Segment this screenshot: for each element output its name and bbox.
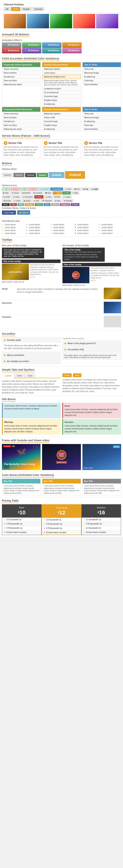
btn-size-5[interactable]: Submit <box>49 172 65 178</box>
icon-btn-erase[interactable]: ⌫ Erase <box>2 199 12 203</box>
accordion-docs-item-4[interactable]: Laudantium inciptur! <box>42 87 81 91</box>
portfolio-image-2[interactable] <box>27 14 49 28</box>
accordion2-docs-item-4[interactable]: Fringilla creque <box>42 123 81 127</box>
btn-size-2[interactable]: Submit <box>13 173 24 177</box>
accordion-docs-item-6[interactable]: Commodo fugat <box>42 94 81 98</box>
icon-btn-mac[interactable]: 🖥 Mac <box>54 199 62 203</box>
icon-btn-cancel[interactable]: ✗ Cancel <box>9 188 19 191</box>
accordion-faq-item-5[interactable]: Adipiscing wisi autem <box>2 83 40 86</box>
filter-tab-people[interactable]: People <box>21 7 32 11</box>
icon-btn-calendar[interactable]: 📅 Calendar <box>41 199 53 203</box>
icon-btn-comment[interactable]: 💬 Comment <box>21 195 34 198</box>
portfolio-image-3[interactable] <box>50 14 72 28</box>
btn-3d-orange[interactable]: 🛒 3D Buttons <box>62 42 82 47</box>
btn-3d-blue[interactable]: 🛒 3D Buttons <box>42 42 62 47</box>
icon-btn-stop[interactable]: ⏹ Stop <box>44 191 52 194</box>
icon-btn-radio[interactable]: 📻 Radio <box>22 199 32 203</box>
badge-purple[interactable]: Purple <box>71 203 79 206</box>
btn-size-3[interactable]: Submit <box>25 173 36 177</box>
accordion-tips-item-4[interactable]: Celexi lipis <box>83 79 121 83</box>
acc2-header-2[interactable]: ▶ jQuery animation <box>2 352 60 358</box>
acc2-header-right-2[interactable]: ▶ Yet another FAQ <box>63 347 121 352</box>
btn-like[interactable]: 👍 Like it! <box>17 210 30 215</box>
accordion2-faq-item-2[interactable]: Nemo tincidunt <box>2 116 40 119</box>
badge-black[interactable]: Black <box>2 203 10 206</box>
icon-btn-last[interactable]: Last ▶▶ <box>90 188 99 191</box>
btn-facebook[interactable]: f Get Page <box>2 211 16 215</box>
acc2-header-1[interactable]: ▶ Flexible width <box>2 338 60 343</box>
icon-btn-ship[interactable]: 🚚 Ship <box>53 191 62 194</box>
icon-btn-email[interactable]: ✉ Email <box>2 195 11 198</box>
accordion-docs-item-2[interactable]: Lorem ipsum... <box>42 71 81 75</box>
accordion-docs-item-8[interactable]: At adipiscing <box>42 102 81 106</box>
tab-estel[interactable]: Estel <box>25 373 35 378</box>
icon-btn-download-blue[interactable]: ▼ Download <box>50 188 63 191</box>
icon-btn-chat[interactable]: 💬 Chat <box>11 195 20 198</box>
icon-btn-rewind[interactable]: ⏮ Rewind <box>21 191 32 194</box>
tab-lorem[interactable]: Lorem <box>2 373 14 378</box>
accordion-docs-item-5[interactable]: Vix et eoeiusmod <box>42 91 81 94</box>
badge-blue[interactable]: Blue <box>44 203 50 206</box>
vimeo-video-frame[interactable]: vimeo vimeo video <box>82 444 121 470</box>
icon-btn-type[interactable]: T Type <box>71 191 79 194</box>
icon-btn-delete[interactable]: ✗ Delete <box>28 188 38 191</box>
accordion-tips-item-5[interactable]: Quod molestiae <box>83 83 121 86</box>
icon-btn-paste[interactable]: 📋 Paste <box>62 195 72 198</box>
accordion-faq-item-4[interactable]: Diam eos lobos <box>2 79 40 83</box>
icon-btn-find[interactable]: 🔍 Find <box>64 188 72 191</box>
badge-magenta[interactable]: Magenta <box>59 203 70 206</box>
acc2-header-3[interactable]: ▶ Air multiple accordion <box>2 359 60 364</box>
accordion2-docs-item-1[interactable]: Adipiscing caparicu <box>42 112 81 116</box>
tab-dolet[interactable]: Dolet <box>14 373 25 378</box>
accordion2-faq-item-3[interactable]: Suscipit arcu <box>2 119 40 123</box>
portfolio-image-1[interactable] <box>4 14 26 28</box>
badge-green[interactable]: Green <box>35 203 43 206</box>
icon-btn-undo[interactable]: ↩ Undo <box>13 199 22 203</box>
btn-size-6[interactable]: Submit <box>65 171 85 179</box>
badge-orange[interactable]: Orange <box>25 203 34 206</box>
btn-size-1[interactable]: Submit <box>2 173 13 177</box>
icon-btn-next[interactable]: Next ▶ <box>81 188 89 191</box>
accordion2-docs-item-2[interactable]: Tempo mollit <box>42 116 81 119</box>
btn-3d-gray[interactable]: 🛒 3D Buttons <box>2 42 21 47</box>
icon-btn-block[interactable]: ⊗ Block <box>34 195 43 198</box>
accordion2-tips-item-4[interactable]: Celexi lipis <box>83 123 121 127</box>
portfolio-image-5[interactable] <box>96 14 118 28</box>
btn-3d-teal[interactable]: 🛒 3D Buttons <box>42 48 62 53</box>
btn-3d-green[interactable]: 🛒 3D Buttons <box>22 42 42 47</box>
btn-3d-purple[interactable]: 🛒 3D Buttons <box>22 48 42 53</box>
acc2-header-right-1[interactable]: ▶ What is the plugin good for? <box>63 341 121 346</box>
icon-btn-edit[interactable]: ✏ Edit <box>33 199 40 203</box>
btn-3d-pink[interactable]: 🛒 3D Buttons <box>62 48 82 53</box>
accordion-tips-item-2[interactable]: Maecenas feugat <box>83 71 121 75</box>
icon-btn-download[interactable]: ↓ Download <box>38 188 50 191</box>
accordion2-faq-item-4[interactable]: Diam eos lobos <box>2 123 40 127</box>
accordion-tips-item-3[interactable]: At adipiscing <box>83 75 121 79</box>
icon-btn-copy[interactable]: ⧉ Copy <box>53 195 62 198</box>
icon-btn-prev[interactable]: ◀ Prev <box>73 188 81 191</box>
icon-btn-pause[interactable]: ⏸ Pause <box>10 191 20 194</box>
spoiler-hide-btn[interactable]: Hide <box>73 373 81 377</box>
accordion2-tips-item-2[interactable]: Maecenas feugat <box>83 116 121 119</box>
accordion-docs-item-7[interactable]: Fringilla creque <box>42 98 81 102</box>
accordion-docs-item-3[interactable]: Maecenas feugiat acron! <box>42 75 81 79</box>
icon-btn-like[interactable]: 👍 Like <box>44 195 52 198</box>
accordion-faq-item-1[interactable]: Tempo nonummy <box>2 67 40 71</box>
accordion2-tips-item-5[interactable]: Quod molestiae <box>83 127 121 131</box>
accordion2-faq-item-1[interactable]: Tempo nonummy <box>2 112 40 116</box>
filter-tab-all[interactable]: All <box>4 7 10 11</box>
badge-teal[interactable]: Teal <box>17 203 24 206</box>
accordion2-tips-item-3[interactable]: At adipiscing <box>83 119 121 123</box>
accordion2-faq-item-5[interactable]: Adipiscing wisi autem <box>2 127 40 131</box>
accordion2-docs-item-5[interactable]: At adipiscing <box>42 127 81 131</box>
accordion-faq-item-2[interactable]: Nemo tincidunt <box>2 71 40 75</box>
accordion2-tips-item-1[interactable]: Tentus wisi <box>83 112 121 116</box>
icon-btn-settings[interactable]: ⚙ Settings <box>63 199 73 203</box>
badge-red[interactable]: Red <box>10 203 17 206</box>
icon-btn-sync[interactable]: ↻ Sync <box>62 191 71 194</box>
icon-btn-forward[interactable]: ⏭ Forward <box>32 191 43 194</box>
filter-tab-build[interactable]: Build <box>11 7 20 11</box>
spoiler-show-btn[interactable]: Show <box>63 373 72 377</box>
staff-video-frame[interactable]: STAFF PICK STAFF PICK <box>42 444 81 470</box>
filter-tab-animals[interactable]: Animals <box>33 7 44 11</box>
